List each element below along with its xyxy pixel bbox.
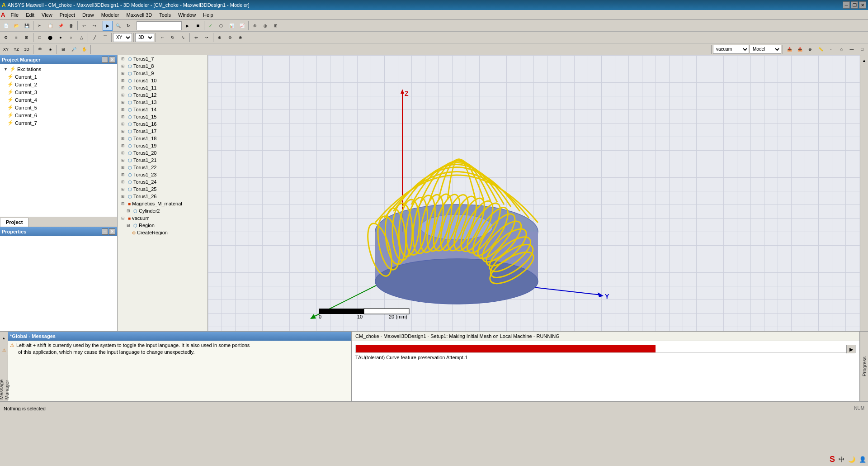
tb-open-button[interactable]: 📂: [11, 21, 21, 31]
tb-copy-button[interactable]: 📋: [45, 21, 55, 31]
tb3-point-button[interactable]: ·: [826, 44, 836, 54]
plane-select[interactable]: XYYZXZ: [113, 33, 132, 42]
display-select[interactable]: Model: [750, 45, 781, 54]
minimize-button[interactable]: ─: [843, 1, 850, 9]
expand-torus9[interactable]: ⊞: [121, 71, 127, 76]
tb2-draw-arc[interactable]: ⌒: [100, 33, 110, 43]
expand-torus7[interactable]: ⊞: [121, 57, 127, 61]
tb-new-button[interactable]: 📄: [1, 21, 11, 31]
mtree-torus18[interactable]: ⊞ ⬡ Torus1_18: [118, 135, 208, 142]
mtree-torus12[interactable]: ⊞ ⬡ Torus1_12: [118, 91, 208, 99]
expand-torus19[interactable]: ⊞: [121, 143, 127, 148]
expand-torus21[interactable]: ⊞: [121, 158, 127, 162]
tb-view-options-button[interactable]: ⊞: [271, 21, 281, 31]
expand-excitations[interactable]: ▼: [4, 67, 8, 71]
properties-header-buttons[interactable]: ─ ✕: [102, 228, 115, 235]
tb-view-all-button[interactable]: ⊕: [250, 21, 260, 31]
tb2-layers-button[interactable]: ≡: [11, 33, 21, 43]
tb2-rotate2-button[interactable]: ↻: [168, 33, 178, 43]
tb3-fit-all-button[interactable]: ⊞: [58, 44, 68, 54]
tb-zoom-fit-button[interactable]: ◎: [260, 21, 270, 31]
menu-window[interactable]: Window: [175, 10, 199, 19]
tb3-import-button[interactable]: 📥: [795, 44, 805, 54]
mtree-torus26[interactable]: ⊞ ⬡ Torus1_26: [118, 193, 208, 200]
tb-mesh-button[interactable]: ⬡: [216, 21, 226, 31]
menu-draw[interactable]: Draw: [79, 10, 98, 19]
mtree-createregion[interactable]: ⊛ CreateRegion: [118, 229, 208, 236]
mtree-torus25[interactable]: ⊞ ⬡ Torus1_25: [118, 185, 208, 193]
menu-file[interactable]: File: [7, 10, 22, 19]
mtree-magnetics[interactable]: ⊟ ■ Magnetics_M_material: [118, 200, 208, 207]
tb2-torus-button[interactable]: ○: [66, 33, 76, 43]
panel-header-buttons[interactable]: ─ ✕: [102, 57, 115, 63]
menu-project[interactable]: Project: [56, 10, 79, 19]
tb-zoom-button[interactable]: 🔍: [113, 21, 123, 31]
tb3-snap2-button[interactable]: ⊕: [805, 44, 815, 54]
tb2-scale-button[interactable]: ⤡: [178, 33, 188, 43]
tb2-sphere-button[interactable]: ●: [56, 33, 66, 43]
tb3-pan-button[interactable]: ✋: [79, 44, 89, 54]
mtree-torus20[interactable]: ⊞ ⬡ Torus1_20: [118, 149, 208, 157]
tb3-render-button[interactable]: ◈: [45, 44, 55, 54]
tb-select-button[interactable]: ▶: [103, 21, 113, 31]
expand-torus14[interactable]: ⊞: [121, 107, 127, 112]
expand-torus13[interactable]: ⊞: [121, 100, 127, 105]
tb2-cone-button[interactable]: △: [76, 33, 86, 43]
viewport-svg[interactable]: Z Y: [208, 55, 860, 331]
close-button[interactable]: ✕: [859, 1, 866, 9]
tb3-view-3d[interactable]: 3D: [22, 44, 32, 54]
tree-current-7[interactable]: ⚡ Current_7: [0, 119, 117, 127]
expand-torus25[interactable]: ⊞: [121, 187, 127, 191]
expand-torus22[interactable]: ⊞: [121, 165, 127, 170]
tb2-move-button[interactable]: ↔: [157, 33, 167, 43]
tb2-bool-subtract[interactable]: ⊖: [225, 33, 235, 43]
expand-torus8[interactable]: ⊞: [121, 64, 127, 68]
mtree-torus10[interactable]: ⊞ ⬡ Torus1_10: [118, 77, 208, 84]
viewport[interactable]: Z Y: [208, 55, 860, 331]
tb3-zoom3-button[interactable]: 🔎: [69, 44, 79, 54]
msg-collapse-btn[interactable]: ▲: [0, 333, 9, 343]
tree-excitations[interactable]: ▼ ⚡ Excitations: [0, 65, 117, 73]
tree-current-6[interactable]: ⚡ Current_6: [0, 111, 117, 119]
view-select[interactable]: 3D2D: [135, 33, 154, 42]
properties-collapse-button[interactable]: ─: [102, 228, 108, 235]
tb-run-button[interactable]: ▶: [182, 21, 192, 31]
tb2-cylinder-button[interactable]: ⬤: [45, 33, 55, 43]
restore-button[interactable]: ❒: [851, 1, 858, 9]
tb-results-button[interactable]: 📈: [237, 21, 247, 31]
mtree-torus23[interactable]: ⊞ ⬡ Torus1_23: [118, 171, 208, 178]
expand-torus23[interactable]: ⊞: [121, 172, 127, 177]
mtree-torus13[interactable]: ⊞ ⬡ Torus1_13: [118, 99, 208, 106]
panel-collapse-button[interactable]: ─: [102, 57, 108, 63]
tree-current-1[interactable]: ⚡ Current_1: [0, 73, 117, 81]
tb2-bool-unite[interactable]: ⊕: [215, 33, 225, 43]
mtree-torus24[interactable]: ⊞ ⬡ Torus1_24: [118, 178, 208, 185]
tb-stop-button[interactable]: ⏹: [193, 21, 203, 31]
tb3-view-xy[interactable]: XY: [1, 44, 11, 54]
mtree-torus17[interactable]: ⊞ ⬡ Torus1_17: [118, 128, 208, 135]
mtree-torus15[interactable]: ⊞ ⬡ Torus1_15: [118, 113, 208, 120]
tb3-vertex-button[interactable]: ◇: [836, 44, 846, 54]
title-bar-controls[interactable]: ─ ❒ ✕: [843, 1, 866, 9]
properties-close-button[interactable]: ✕: [109, 228, 115, 235]
tb2-bool-intersect[interactable]: ⊗: [236, 33, 245, 43]
command-input[interactable]: [137, 21, 182, 30]
tb2-settings-button[interactable]: ⚙: [1, 33, 11, 43]
tb3-perspective-button[interactable]: 👁: [35, 44, 45, 54]
tb2-box-button[interactable]: □: [35, 33, 45, 43]
mtree-torus14[interactable]: ⊞ ⬡ Torus1_14: [118, 106, 208, 113]
tb-paste-button[interactable]: 📌: [56, 21, 66, 31]
menu-tools[interactable]: Tools: [156, 10, 175, 19]
mtree-region[interactable]: ⊟ ⬡ Region: [118, 222, 208, 229]
expand-torus17[interactable]: ⊞: [121, 129, 127, 133]
expand-torus16[interactable]: ⊞: [121, 122, 127, 126]
expand-torus12[interactable]: ⊞: [121, 93, 127, 97]
expand-torus24[interactable]: ⊞: [121, 180, 127, 184]
menu-view[interactable]: View: [38, 10, 56, 19]
tb-undo-button[interactable]: ↩: [79, 21, 89, 31]
right-sidebar-btn1[interactable]: ▲: [859, 56, 868, 65]
msg-icon-btn[interactable]: ⚠: [0, 345, 9, 355]
mtree-torus16[interactable]: ⊞ ⬡ Torus1_16: [118, 120, 208, 128]
panel-close-button[interactable]: ✕: [109, 57, 115, 63]
tb-save-button[interactable]: 💾: [22, 21, 32, 31]
